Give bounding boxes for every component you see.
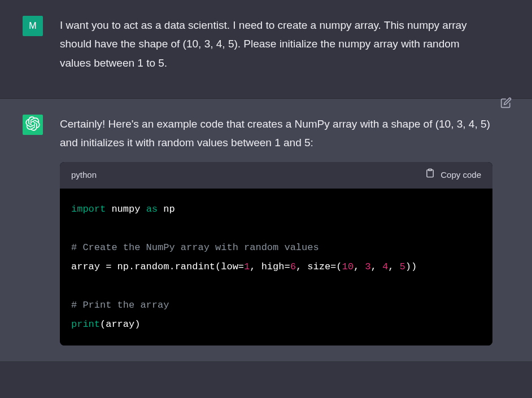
assistant-avatar [23,115,43,135]
assistant-intro: Certainly! Here's an example code that c… [60,115,492,152]
code-token: as [146,204,158,215]
code-token: 10 [342,261,354,272]
code-token: 3 [365,261,370,272]
code-header: python Copy code [60,162,492,188]
code-token: , [371,261,382,272]
code-token: 5 [400,261,405,272]
assistant-content: Certainly! Here's an example code that c… [60,115,509,345]
svg-rect-0 [429,169,432,171]
code-token: np [163,204,175,215]
copy-code-button[interactable]: Copy code [425,168,481,182]
clipboard-icon [425,168,435,182]
code-block: python Copy code import numpy as np # Cr… [60,162,492,345]
code-token: import [71,204,106,215]
code-token: , [388,261,399,272]
edit-icon [500,99,512,111]
code-token: , [354,261,365,272]
code-token: , high= [250,261,290,272]
user-message: M I want you to act as a data scientist.… [0,0,532,99]
code-token: 6 [290,261,296,272]
code-token: 1 [244,261,250,272]
code-token: 4 [382,261,388,272]
openai-logo-icon [25,116,40,133]
code-token: # Create the NumPy array with random val… [71,242,319,253]
assistant-message: Certainly! Here's an example code that c… [0,99,532,362]
code-body: import numpy as np # Create the NumPy ar… [60,189,492,345]
user-avatar-initial: M [29,21,36,31]
code-token: print [71,319,100,330]
edit-button[interactable] [500,95,512,114]
code-token: array = np.random.randint(low= [71,261,244,272]
user-content: I want you to act as a data scientist. I… [60,16,509,82]
user-text: I want you to act as a data scientist. I… [60,16,492,72]
code-token: numpy [111,204,140,215]
copy-code-label: Copy code [441,168,481,182]
code-token: )) [405,261,417,272]
code-token: # Print the array [71,300,169,310]
code-token: (array) [100,319,140,330]
code-token: , size=( [296,261,342,272]
user-avatar: M [23,16,43,36]
code-language-label: python [71,168,97,182]
